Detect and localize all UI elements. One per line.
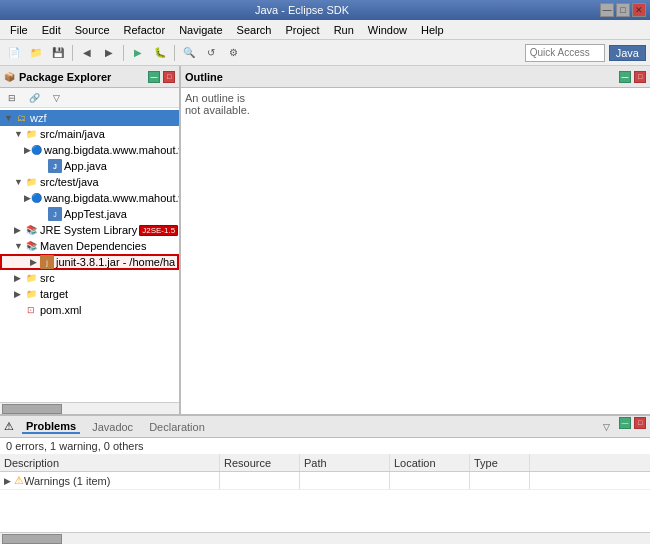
tree-item-pom-xml[interactable]: ⊡ pom.xml	[0, 302, 179, 318]
close-button[interactable]: ✕	[632, 3, 646, 17]
menu-navigate[interactable]: Navigate	[173, 22, 228, 38]
toolbar-build-button[interactable]: ⚙	[223, 43, 243, 63]
toolbar-separator-1	[72, 45, 73, 61]
problems-hscroll[interactable]	[0, 532, 650, 544]
package-explorer-label: Package Explorer	[19, 71, 111, 83]
menu-refactor[interactable]: Refactor	[118, 22, 172, 38]
view-menu-button[interactable]: ▽	[46, 88, 66, 108]
package-explorer-maximize-button[interactable]: □	[163, 71, 175, 83]
row-location	[390, 472, 470, 489]
menu-edit[interactable]: Edit	[36, 22, 67, 38]
problems-table: Description Resource Path Location Type …	[0, 454, 650, 532]
menu-help[interactable]: Help	[415, 22, 450, 38]
table-row[interactable]: ▶ ⚠ Warnings (1 item)	[0, 472, 650, 490]
toolbar-new-button[interactable]: 📄	[4, 43, 24, 63]
tree-item-wang-package2[interactable]: ▶ 🔵 wang.bigdata.www.mahout.wz	[0, 190, 179, 206]
tab-problems[interactable]: Problems	[22, 420, 80, 434]
row-resource	[220, 472, 300, 489]
folder-icon-src-test: 📁	[24, 175, 38, 189]
minimize-button[interactable]: —	[600, 3, 614, 17]
package-explorer-icon: 📦	[4, 72, 15, 82]
tree-label-maven-dependencies: Maven Dependencies	[40, 240, 146, 252]
col-header-type: Type	[470, 454, 530, 471]
toolbar-run-button[interactable]: ▶	[128, 43, 148, 63]
problems-minimize-button[interactable]: —	[619, 417, 631, 429]
tree-arrow-target: ▶	[14, 289, 24, 299]
menu-window[interactable]: Window	[362, 22, 413, 38]
tree-item-apptest-java[interactable]: J AppTest.java	[0, 206, 179, 222]
tree-label-wang-package: wang.bigdata.www.mahout.wz	[44, 144, 179, 156]
outline-minimize-button[interactable]: —	[619, 71, 631, 83]
problems-close-button[interactable]: □	[634, 417, 646, 429]
main-layout: 📦 Package Explorer — □ ⊟ 🔗 ▽ ▼ 🗂 wzf	[0, 66, 650, 544]
problems-view-menu-button[interactable]: ▽	[596, 417, 616, 437]
col-header-location: Location	[390, 454, 470, 471]
tab-javadoc[interactable]: Javadoc	[88, 421, 137, 433]
link-editor-button[interactable]: 🔗	[24, 88, 44, 108]
package-explorer-minimize-button[interactable]: —	[148, 71, 160, 83]
menu-file[interactable]: File	[4, 22, 34, 38]
tree-arrow-src-test: ▼	[14, 177, 24, 187]
package-icon-wang: 🔵	[31, 143, 42, 157]
toolbar: 📄 📁 💾 ◀ ▶ ▶ 🐛 🔍 ↺ ⚙ Java	[0, 40, 650, 66]
menu-run[interactable]: Run	[328, 22, 360, 38]
outline-close-button[interactable]: □	[634, 71, 646, 83]
tree-item-jre-library[interactable]: ▶ 📚 JRE System Library J2SE-1.5	[0, 222, 179, 238]
toolbar-debug-button[interactable]: 🐛	[150, 43, 170, 63]
tree-label-wang-package2: wang.bigdata.www.mahout.wz	[44, 192, 179, 204]
toolbar-forward-button[interactable]: ▶	[99, 43, 119, 63]
toolbar-save-button[interactable]: 💾	[48, 43, 68, 63]
package-explorer-toolbar: ⊟ 🔗 ▽	[0, 88, 179, 108]
outline-message: An outline is not available.	[185, 92, 250, 116]
toolbar-search-button[interactable]: 🔍	[179, 43, 199, 63]
package-explorer-header-buttons: — □	[147, 71, 175, 83]
package-explorer-hscroll-thumb[interactable]	[2, 404, 62, 414]
java-perspective-button[interactable]: Java	[609, 45, 646, 61]
row-description: ▶ ⚠ Warnings (1 item)	[0, 472, 220, 489]
problems-hscroll-thumb[interactable]	[2, 534, 62, 544]
tab-declaration[interactable]: Declaration	[145, 421, 209, 433]
tree-item-src-test-java[interactable]: ▼ 📁 src/test/java	[0, 174, 179, 190]
package-explorer-header: 📦 Package Explorer — □	[0, 66, 179, 88]
quick-access-input[interactable]	[525, 44, 605, 62]
outline-content: An outline is not available.	[181, 88, 650, 414]
menu-bar: File Edit Source Refactor Navigate Searc…	[0, 20, 650, 40]
maximize-button[interactable]: □	[616, 3, 630, 17]
tree-item-target[interactable]: ▶ 📁 target	[0, 286, 179, 302]
toolbar-refresh-button[interactable]: ↺	[201, 43, 221, 63]
tree-item-src-main-java[interactable]: ▼ 📁 src/main/java	[0, 126, 179, 142]
tree-item-junit-jar[interactable]: ▶ j junit-3.8.1.jar - /home/ha	[0, 254, 179, 270]
package-explorer-hscroll[interactable]	[0, 402, 179, 414]
problems-content: 0 errors, 1 warning, 0 others Descriptio…	[0, 438, 650, 544]
problems-table-header: Description Resource Path Location Type	[0, 454, 650, 472]
tree-arrow-wzf: ▼	[4, 113, 14, 123]
lib-icon-jre: 📚	[24, 223, 38, 237]
java-icon-apptest: J	[48, 207, 62, 221]
title-bar: Java - Eclipse SDK — □ ✕	[0, 0, 650, 20]
title-bar-controls[interactable]: — □ ✕	[600, 3, 646, 17]
row-description-text: Warnings (1 item)	[24, 475, 110, 487]
col-header-path: Path	[300, 454, 390, 471]
menu-search[interactable]: Search	[231, 22, 278, 38]
tree-item-wzf[interactable]: ▼ 🗂 wzf	[0, 110, 179, 126]
outline-header-buttons: — □	[618, 71, 646, 83]
collapse-all-button[interactable]: ⊟	[2, 88, 22, 108]
tree-item-maven-dependencies[interactable]: ▼ 📚 Maven Dependencies	[0, 238, 179, 254]
menu-project[interactable]: Project	[279, 22, 325, 38]
xml-icon-pom: ⊡	[24, 303, 38, 317]
problems-panel: ⚠ Problems Javadoc Declaration ▽ — □ 0 e…	[0, 414, 650, 544]
tree-item-app-java[interactable]: J App.java	[0, 158, 179, 174]
toolbar-separator-3	[174, 45, 175, 61]
tree-label-target: target	[40, 288, 68, 300]
error-summary: 0 errors, 1 warning, 0 others	[0, 438, 650, 454]
row-expand-arrow[interactable]: ▶	[4, 476, 14, 486]
tree-item-src[interactable]: ▶ 📁 src	[0, 270, 179, 286]
tree-label-jre-library: JRE System Library	[40, 224, 137, 236]
row-path	[300, 472, 390, 489]
tree-label-src: src	[40, 272, 55, 284]
tree-item-wang-package[interactable]: ▶ 🔵 wang.bigdata.www.mahout.wz	[0, 142, 179, 158]
toolbar-open-button[interactable]: 📁	[26, 43, 46, 63]
toolbar-back-button[interactable]: ◀	[77, 43, 97, 63]
toolbar-right-section: Java	[525, 44, 646, 62]
menu-source[interactable]: Source	[69, 22, 116, 38]
